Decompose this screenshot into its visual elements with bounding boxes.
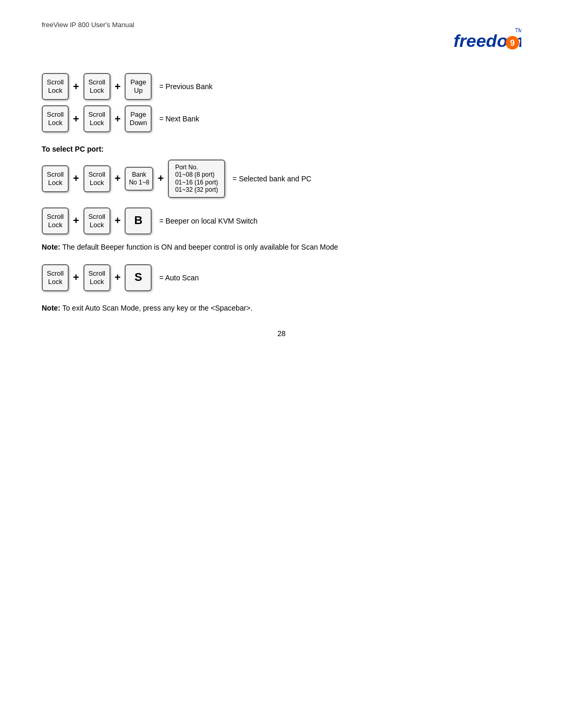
beeper-note-text: The default Beeper function is ON and be… xyxy=(62,243,338,251)
s-key: S xyxy=(125,264,152,291)
scroll-lock-key-7: ScrollLock xyxy=(42,207,69,235)
select-pc-port-heading: To select PC port: xyxy=(42,145,521,153)
plus-11: + xyxy=(115,272,121,283)
previous-bank-label: = Previous Bank xyxy=(159,82,212,91)
scroll-lock-key-5: ScrollLock xyxy=(42,165,69,192)
scroll-lock-key-6: ScrollLock xyxy=(83,165,111,192)
bank-no-key: BankNo 1~8 xyxy=(125,167,153,191)
plus-10: + xyxy=(73,272,79,283)
plus-1: + xyxy=(73,81,79,93)
plus-4: + xyxy=(115,113,121,125)
port-no-key: Port No.01~08 (8 port)01~16 (16 port)01~… xyxy=(168,159,225,198)
header-title: freeView IP 800 User's Manual xyxy=(42,21,134,29)
auto-scan-note-text: To exit Auto Scan Mode, press any key or… xyxy=(62,304,252,312)
logo-area: freedom TM 9 xyxy=(454,21,521,57)
b-key: B xyxy=(125,207,152,235)
plus-7: + xyxy=(157,172,164,184)
next-bank-label: = Next Bank xyxy=(159,115,199,123)
scroll-lock-key-4: ScrollLock xyxy=(83,105,111,132)
plus-5: + xyxy=(73,172,79,184)
freedom9-logo: freedom TM 9 xyxy=(454,21,521,57)
svg-text:9: 9 xyxy=(510,39,515,47)
auto-scan-note-bold: Note: xyxy=(42,304,60,312)
scroll-lock-key-1: ScrollLock xyxy=(42,73,69,100)
scroll-lock-key-9: ScrollLock xyxy=(42,264,69,291)
scroll-lock-key-2: ScrollLock xyxy=(83,73,111,100)
page: freeView IP 800 User's Manual freedom TM… xyxy=(0,0,563,353)
scroll-lock-key-10: ScrollLock xyxy=(83,264,111,291)
select-pc-port-row: ScrollLock + ScrollLock + BankNo 1~8 + P… xyxy=(42,159,521,198)
page-up-key: PageUp xyxy=(125,73,152,100)
page-down-key: PageDown xyxy=(125,105,152,132)
beeper-label: = Beeper on local KVM Switch xyxy=(159,217,258,225)
auto-scan-note: Note: To exit Auto Scan Mode, press any … xyxy=(42,303,521,314)
beeper-note-bold: Note: xyxy=(42,243,60,251)
beeper-row: ScrollLock + ScrollLock + B = Beeper on … xyxy=(42,207,521,235)
plus-9: + xyxy=(115,215,121,227)
header: freeView IP 800 User's Manual freedom TM… xyxy=(42,21,521,57)
scroll-lock-key-8: ScrollLock xyxy=(83,207,111,235)
beeper-note: Note: The default Beeper function is ON … xyxy=(42,242,521,253)
page-number: 28 xyxy=(0,329,563,338)
scroll-lock-key-3: ScrollLock xyxy=(42,105,69,132)
previous-bank-row: ScrollLock + ScrollLock + PageUp = Previ… xyxy=(42,73,521,100)
plus-3: + xyxy=(73,113,79,125)
plus-6: + xyxy=(115,172,121,184)
svg-text:TM: TM xyxy=(515,28,521,33)
auto-scan-label: = Auto Scan xyxy=(159,274,199,282)
plus-8: + xyxy=(73,215,79,227)
select-bank-pc-label: = Selected bank and PC xyxy=(232,175,311,183)
auto-scan-row: ScrollLock + ScrollLock + S = Auto Scan xyxy=(42,264,521,291)
next-bank-row: ScrollLock + ScrollLock + PageDown = Nex… xyxy=(42,105,521,132)
plus-2: + xyxy=(115,81,121,93)
